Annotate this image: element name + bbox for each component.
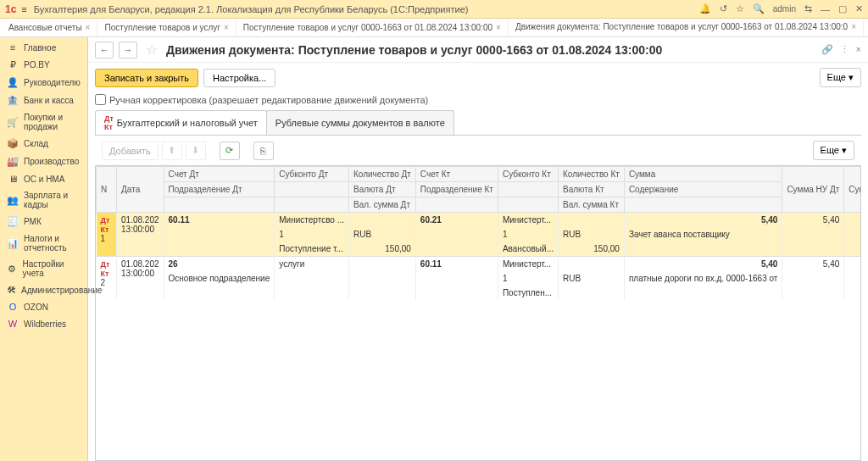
subtab-ruble[interactable]: Рублевые суммы документов в валюте [266,110,454,135]
col-n[interactable]: N [97,167,117,213]
minimize-icon[interactable]: — [821,4,830,14]
tab-2[interactable]: Поступление товаров и услуг 0000-1663 от… [236,19,509,36]
table-row[interactable]: 1RUB 1RUB Зачет аванса поставщику [97,227,862,242]
sidebar-item-wb[interactable]: WWildberries [0,315,87,332]
factory-icon: 🏭 [7,156,19,167]
col-sub-kt[interactable]: Субконто Кт [498,167,558,182]
forward-button[interactable]: → [119,42,137,58]
box-icon: 📦 [7,138,19,149]
link-icon[interactable]: 🔗 [821,44,833,55]
bell-icon[interactable]: 🔔 [699,3,711,14]
sidebar-item-main[interactable]: ≡Главное [0,39,87,56]
sidebar-item-manager[interactable]: 👤Руководителю [0,74,87,92]
save-close-button[interactable]: Записать и закрыть [95,69,198,87]
sidebar-item-settings[interactable]: ⚙Настройки учета [0,256,87,281]
move-up-button[interactable]: ⬆ [162,142,182,160]
content-header: ← → ☆ Движения документа: Поступление то… [88,37,868,63]
wb-icon: W [7,319,19,329]
tab-3[interactable]: Движения документа: Поступление товаров … [509,19,864,36]
history-icon[interactable]: ↺ [720,3,727,14]
bank-icon: 🏦 [7,95,19,106]
col-qty-kt[interactable]: Количество Кт [558,167,624,182]
table-row[interactable]: ДтКт1 01.08.20213:00:00 60.11 Министертс… [97,213,862,228]
sidebar: ≡Главное ₽PO.BY 👤Руководителю 🏦Банк и ка… [0,37,88,461]
col-acc-kt[interactable]: Счет Кт [415,167,498,182]
app-logo: 1c [5,3,16,15]
tab-1[interactable]: Поступление товаров и услуг× [97,19,236,36]
sidebar-item-tax[interactable]: 📊Налоги и отчетность [0,230,87,256]
star-icon[interactable]: ☆ [146,42,158,58]
ozon-icon: O [7,302,19,312]
grid-more-button[interactable]: Еще ▾ [813,141,854,160]
close-icon[interactable]: × [851,22,856,31]
sidebar-item-warehouse[interactable]: 📦Склад [0,135,87,153]
cart-icon: 🛒 [7,117,19,128]
sidebar-item-salary[interactable]: 👥Зарплата и кадры [0,187,87,213]
page-title: Движения документа: Поступление товаров … [166,43,662,57]
sidebar-item-sales[interactable]: 🛒Покупки и продажи [0,109,87,135]
move-down-button[interactable]: ⬇ [186,142,206,160]
sidebar-item-admin[interactable]: 🛠Администрирование [0,281,87,298]
manual-correction-row[interactable]: Ручная корректировка (разрешает редактир… [88,92,868,110]
sidebar-item-assets[interactable]: 🖥ОС и НМА [0,170,87,187]
subtab-accounting[interactable]: ДтКтБухгалтерский и налоговый учет [95,110,267,135]
more-button[interactable]: Еще ▾ [820,68,861,87]
toolbar: Записать и закрыть Настройка... Еще ▾ [88,63,868,92]
person-icon: 👤 [7,77,19,88]
grid-toolbar: Добавить ⬆ ⬇ ⟳ ⎘ Еще ▾ [95,135,861,165]
close-icon[interactable]: ✕ [855,3,863,14]
menu-icon[interactable]: ≡ [21,4,26,14]
currency-icon: ₽ [7,59,19,70]
manual-correction-label: Ручная корректировка (разрешает редактир… [109,95,428,105]
settings-button[interactable]: Настройка... [203,69,275,87]
col-sum-nu-dt[interactable]: Сумма НУ Дт [782,167,844,213]
tabbar: Авансовые отчеты× Поступление товаров и … [0,19,868,37]
manual-correction-checkbox[interactable] [95,94,106,105]
close-icon[interactable]: × [496,23,501,32]
receipt-icon: 🧾 [7,216,19,227]
close-icon[interactable]: × [86,23,91,32]
star-icon[interactable]: ☆ [736,3,744,14]
tools-icon: 🛠 [7,285,16,295]
col-sum-nu-kt[interactable]: Сумма НУ Кт [844,167,861,213]
grid[interactable]: N Дата Счет Дт Субконто Дт Количество Дт… [95,165,861,461]
list-icon: ≡ [7,42,19,53]
close-panel-icon[interactable]: × [856,44,861,55]
close-icon[interactable]: × [224,23,229,32]
titlebar: 1c ≡ Бухгалтерия для Беларуси, редакция … [0,0,868,19]
table-row[interactable]: ДтКт2 01.08.20213:00:00 26 услуги 60.11 … [97,257,862,272]
sidebar-item-rmk[interactable]: 🧾РМК [0,213,87,230]
col-qty-dt[interactable]: Количество Дт [349,167,416,182]
user-label[interactable]: admin [773,4,796,14]
more-icon[interactable]: ⋮ [840,44,849,55]
sidebar-item-bank[interactable]: 🏦Банк и касса [0,92,87,109]
export-button[interactable]: ⎘ [253,142,274,160]
back-button[interactable]: ← [95,42,114,58]
tab-0[interactable]: Авансовые отчеты× [2,19,97,36]
table-row[interactable]: Основное подразделение 1RUB платные доро… [97,271,862,286]
gear-icon: ⚙ [7,264,17,275]
computer-icon: 🖥 [7,174,19,184]
settings-icon[interactable]: ⇆ [804,3,812,14]
col-sub-dt[interactable]: Субконто Дт [275,167,349,182]
sidebar-item-poby[interactable]: ₽PO.BY [0,56,87,74]
add-button[interactable]: Добавить [102,142,159,160]
col-sum[interactable]: Сумма [624,167,782,182]
sidebar-item-ozon[interactable]: OOZON [0,298,87,315]
col-date[interactable]: Дата [117,167,164,213]
app-title: Бухгалтерия для Беларуси, редакция 2.1. … [34,4,699,14]
chart-icon: 📊 [7,238,19,249]
dtKt-icon: ДтКт [101,260,110,278]
col-acc-dt[interactable]: Счет Дт [164,167,275,182]
dtKt-icon: ДтКт [104,114,114,131]
refresh-button[interactable]: ⟳ [220,142,240,160]
dtKt-icon: ДтКт [101,216,110,234]
sidebar-item-production[interactable]: 🏭Производство [0,153,87,170]
subtabs: ДтКтБухгалтерский и налоговый учет Рубле… [88,110,868,135]
search-icon[interactable]: 🔍 [753,3,765,14]
maximize-icon[interactable]: ▢ [838,3,847,14]
people-icon: 👥 [7,195,19,206]
